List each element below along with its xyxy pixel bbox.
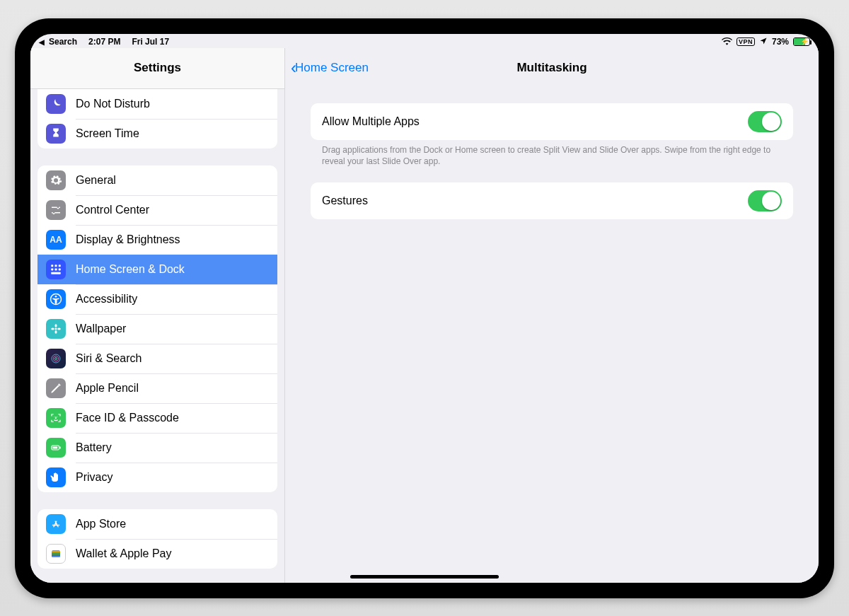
charging-bolt-icon: ⚡ — [800, 37, 809, 45]
row-label: Allow Multiple Apps — [322, 115, 420, 128]
sidebar-item-label: Privacy — [76, 471, 112, 484]
device-frame: ◀ Search 2:07 PM Fri Jul 17 VPN 73% — [15, 18, 834, 598]
sidebar-item-pencil[interactable]: Apple Pencil — [37, 373, 277, 403]
location-icon — [759, 37, 768, 47]
sidebar-item-label: Battery — [76, 441, 112, 454]
status-date: Fri Jul 17 — [132, 37, 169, 47]
sidebar-item-control-center[interactable]: Control Center — [37, 195, 277, 225]
svg-point-16 — [55, 357, 57, 359]
sidebar-item-label: Accessibility — [76, 293, 137, 306]
sidebar-item-home-dock[interactable]: Home Screen & Dock — [37, 255, 277, 284]
hand-icon — [46, 467, 66, 487]
status-bar: ◀ Search 2:07 PM Fri Jul 17 VPN 73% — [30, 34, 819, 48]
moon-icon — [46, 94, 66, 114]
sidebar-item-label: Siri & Search — [76, 352, 142, 365]
sidebar-item-wallpaper[interactable]: Wallpaper — [37, 314, 277, 344]
svg-point-13 — [57, 327, 61, 330]
svg-rect-6 — [51, 272, 61, 274]
svg-rect-21 — [53, 446, 58, 448]
row-label: Gestures — [322, 194, 368, 207]
grid-icon — [46, 260, 66, 279]
sidebar-item-label: Wallet & Apple Pay — [76, 547, 171, 560]
sidebar-item-label: Control Center — [76, 204, 149, 216]
svg-rect-23 — [52, 551, 60, 552]
sidebar-item-accessibility[interactable]: Accessibility — [37, 284, 277, 314]
detail-pane: ‹ Home Screen Multitasking Allow Multipl… — [285, 48, 819, 583]
sidebar-item-label: App Store — [76, 518, 126, 530]
setting-group-gestures: Gestures — [311, 182, 793, 219]
svg-point-9 — [55, 327, 57, 330]
sidebar-item-label: Screen Time — [76, 127, 139, 140]
svg-point-11 — [55, 330, 57, 334]
sidebar-item-label: Do Not Disturb — [76, 98, 150, 110]
device-bezel: ◀ Search 2:07 PM Fri Jul 17 VPN 73% — [0, 0, 849, 616]
sliders-icon — [46, 200, 66, 220]
svg-rect-0 — [51, 265, 53, 267]
sidebar-item-label: Wallpaper — [76, 322, 126, 335]
svg-rect-24 — [52, 553, 60, 554]
hourglass-icon — [46, 124, 66, 144]
gear-icon — [46, 170, 66, 190]
sidebar-group-store: App Store Wallet & Apple Pay — [37, 509, 277, 569]
sidebar-item-wallet[interactable]: Wallet & Apple Pay — [37, 539, 277, 569]
back-caret-icon[interactable]: ◀ — [39, 38, 45, 46]
sidebar-item-privacy[interactable]: Privacy — [37, 463, 277, 492]
svg-point-10 — [55, 324, 57, 327]
siri-icon — [46, 349, 66, 368]
sidebar-item-faceid[interactable]: Face ID & Passcode — [37, 403, 277, 433]
home-indicator[interactable] — [350, 575, 499, 579]
battery-pct: 73% — [772, 37, 789, 47]
sidebar-item-display[interactable]: AA Display & Brightness — [37, 225, 277, 255]
svg-rect-20 — [59, 446, 61, 448]
sidebar-item-dnd[interactable]: Do Not Disturb — [37, 89, 277, 119]
back-app-label[interactable]: Search — [49, 37, 77, 47]
back-label: Home Screen — [295, 61, 369, 75]
detail-header: ‹ Home Screen Multitasking — [285, 48, 819, 89]
page-title: Multitasking — [516, 61, 587, 75]
sidebar-item-siri[interactable]: Siri & Search — [37, 344, 277, 373]
wifi-icon — [722, 37, 732, 47]
face-icon — [46, 408, 66, 428]
settings-sidebar: Settings Do Not Disturb — [30, 48, 285, 583]
screen: ◀ Search 2:07 PM Fri Jul 17 VPN 73% — [30, 34, 819, 583]
flower-icon — [46, 319, 66, 339]
sidebar-group-focus: Do Not Disturb Screen Time — [37, 89, 277, 149]
status-time: 2:07 PM — [88, 37, 120, 47]
pencil-icon — [46, 378, 66, 398]
svg-rect-3 — [51, 268, 53, 270]
wallet-icon — [46, 544, 66, 564]
sidebar-group-main: General Control Center AA Display & Brig… — [37, 165, 277, 492]
svg-rect-25 — [52, 555, 60, 557]
sidebar-item-label: Apple Pencil — [76, 382, 139, 395]
sidebar-item-screen-time[interactable]: Screen Time — [37, 119, 277, 149]
svg-point-8 — [55, 295, 57, 297]
sidebar-item-appstore[interactable]: App Store — [37, 509, 277, 539]
battery-menu-icon — [46, 438, 66, 458]
svg-point-12 — [51, 327, 54, 330]
svg-rect-4 — [55, 268, 57, 270]
svg-rect-5 — [59, 268, 61, 270]
sidebar-item-label: Home Screen & Dock — [76, 263, 185, 276]
toggle-allow-multiple-apps[interactable] — [748, 111, 782, 132]
svg-point-15 — [53, 356, 59, 361]
battery-icon: ⚡ — [793, 37, 810, 46]
sidebar-item-general[interactable]: General — [37, 165, 277, 195]
appstore-icon — [46, 514, 66, 534]
setting-group-multitasking: Allow Multiple Apps — [311, 103, 793, 140]
text-size-icon: AA — [46, 230, 66, 250]
svg-rect-2 — [59, 265, 61, 267]
toggle-gestures[interactable] — [748, 190, 782, 211]
svg-point-14 — [52, 354, 60, 363]
sidebar-item-label: Face ID & Passcode — [76, 412, 179, 424]
back-button[interactable]: ‹ Home Screen — [291, 61, 369, 75]
svg-rect-1 — [55, 265, 57, 267]
sidebar-item-label: General — [76, 174, 116, 187]
vpn-badge: VPN — [737, 37, 755, 46]
row-description: Drag applications from the Dock or Home … — [311, 140, 793, 167]
accessibility-icon — [46, 289, 66, 309]
sidebar-title: Settings — [30, 48, 284, 89]
row-allow-multiple-apps: Allow Multiple Apps — [311, 103, 793, 140]
sidebar-item-battery[interactable]: Battery — [37, 433, 277, 463]
sidebar-item-label: Display & Brightness — [76, 233, 180, 246]
row-gestures: Gestures — [311, 182, 793, 219]
